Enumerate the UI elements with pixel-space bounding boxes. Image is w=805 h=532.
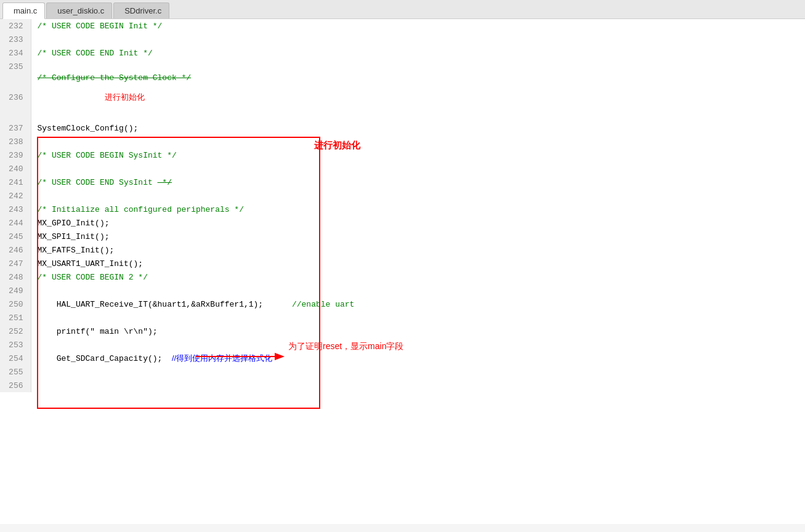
- code-line-246: MX_FATFS_Init();: [31, 243, 805, 257]
- tab-label-sddriver-c: SDdriver.c: [124, 6, 161, 15]
- line-number: 243: [0, 203, 31, 216]
- line-number: 245: [0, 230, 31, 243]
- code-line-238: [31, 135, 805, 148]
- table-row: 255: [0, 365, 805, 379]
- code-line-254: Get_SDCard_Capacity(); //得到使用内存并选择格式化: [31, 352, 805, 365]
- line-number: 251: [0, 311, 31, 324]
- table-row: 238: [0, 135, 805, 148]
- table-row: 247 MX_USART1_UART_Init();: [0, 257, 805, 270]
- table-row: 232 /* USER CODE BEGIN Init */: [0, 19, 805, 33]
- line-number: 233: [0, 33, 31, 46]
- code-table: 232 /* USER CODE BEGIN Init */ 233 234 /…: [0, 19, 805, 392]
- code-line-232: /* USER CODE BEGIN Init */: [31, 19, 805, 33]
- code-line-256: [31, 379, 805, 392]
- table-row: 254 Get_SDCard_Capacity(); //得到使用内存并选择格式…: [0, 352, 805, 365]
- code-line-242: [31, 189, 805, 203]
- table-row: 248 /* USER CODE BEGIN 2 */: [0, 270, 805, 284]
- line-number: 238: [0, 135, 31, 148]
- code-line-234: /* USER CODE END Init */: [31, 46, 805, 60]
- line-number: 244: [0, 216, 31, 230]
- line-number: 254: [0, 352, 31, 365]
- code-line-248: /* USER CODE BEGIN 2 */: [31, 270, 805, 284]
- code-line-244: MX_GPIO_Init();: [31, 216, 805, 230]
- code-line-239: /* USER CODE BEGIN SysInit */: [31, 148, 805, 162]
- table-row: 234 /* USER CODE END Init */: [0, 46, 805, 60]
- table-row: 251: [0, 311, 805, 324]
- table-row: 256: [0, 379, 805, 392]
- tab-label-user-diskio-c: user_diskio.c: [57, 6, 104, 15]
- table-row: 239 /* USER CODE BEGIN SysInit */: [0, 148, 805, 162]
- code-line-247: MX_USART1_UART_Init();: [31, 257, 805, 270]
- table-row: 237 SystemClock_Config();: [0, 121, 805, 135]
- code-line-236: /* Configure the System Clock */ 进行初始化: [31, 73, 805, 121]
- code-line-241: /* USER CODE END SysInit */: [31, 175, 805, 189]
- table-row: 245 MX_SPI1_Init();: [0, 230, 805, 243]
- table-row: 250 HAL_UART_Receive_IT(&huart1,&aRxBuff…: [0, 297, 805, 311]
- code-line-237: SystemClock_Config();: [31, 121, 805, 135]
- tab-sddriver-c[interactable]: SDdriver.c: [113, 2, 169, 18]
- annotation-init: 进行初始化: [105, 92, 145, 102]
- tab-main-c[interactable]: main.c: [2, 2, 45, 19]
- table-row: 242: [0, 189, 805, 203]
- tab-user-diskio-c[interactable]: user_diskio.c: [46, 2, 112, 18]
- table-row: 236 /* Configure the System Clock */ 进行初…: [0, 73, 805, 121]
- code-line-252: printf(" main \r\n");: [31, 324, 805, 338]
- code-line-235: [31, 60, 805, 73]
- code-area: 232 /* USER CODE BEGIN Init */ 233 234 /…: [0, 19, 805, 524]
- line-number: 252: [0, 324, 31, 338]
- table-row: 246 MX_FATFS_Init();: [0, 243, 805, 257]
- line-number: 250: [0, 297, 31, 311]
- app-container: main.c user_diskio.c: [0, 0, 805, 524]
- line-number: 247: [0, 257, 31, 270]
- code-line-240: [31, 162, 805, 175]
- table-row: 249: [0, 284, 805, 297]
- tab-bar: main.c user_diskio.c: [0, 0, 805, 19]
- table-row: 241 /* USER CODE END SysInit */: [0, 175, 805, 189]
- code-line-250: HAL_UART_Receive_IT(&huart1,&aRxBuffer1,…: [31, 297, 805, 311]
- line-number: 253: [0, 338, 31, 352]
- line-number: 255: [0, 365, 31, 379]
- line-number: 234: [0, 46, 31, 60]
- code-line-251: [31, 311, 805, 324]
- line-number: 239: [0, 148, 31, 162]
- code-line-255: [31, 365, 805, 379]
- line-number: 256: [0, 379, 31, 392]
- comment-enable-uart: //enable uart: [292, 300, 354, 309]
- tab-label-main-c: main.c: [14, 6, 37, 15]
- table-row: 252 printf(" main \r\n");: [0, 324, 805, 338]
- line-number: 241: [0, 175, 31, 189]
- line-number: 249: [0, 284, 31, 297]
- code-line-233: [31, 33, 805, 46]
- annotation-init-text: 进行初始化: [314, 140, 360, 151]
- table-row: 243 /* Initialize all configured periphe…: [0, 203, 805, 216]
- annotation-reset-text: 为了证明reset，显示main字段: [288, 341, 403, 352]
- code-line-245: MX_SPI1_Init();: [31, 230, 805, 243]
- line-number: 240: [0, 162, 31, 175]
- line-number: 232: [0, 19, 31, 33]
- line-number: 248: [0, 270, 31, 284]
- code-line-243: /* Initialize all configured peripherals…: [31, 203, 805, 216]
- table-row: 233: [0, 33, 805, 46]
- line-number: 242: [0, 189, 31, 203]
- line-number: 237: [0, 121, 31, 135]
- code-line-253: [31, 338, 805, 352]
- line-number: 236: [0, 73, 31, 121]
- table-row: 235: [0, 60, 805, 73]
- line-number: 235: [0, 60, 31, 73]
- line-number: 246: [0, 243, 31, 257]
- table-row: 244 MX_GPIO_Init();: [0, 216, 805, 230]
- table-row: 240: [0, 162, 805, 175]
- code-line-249: [31, 284, 805, 297]
